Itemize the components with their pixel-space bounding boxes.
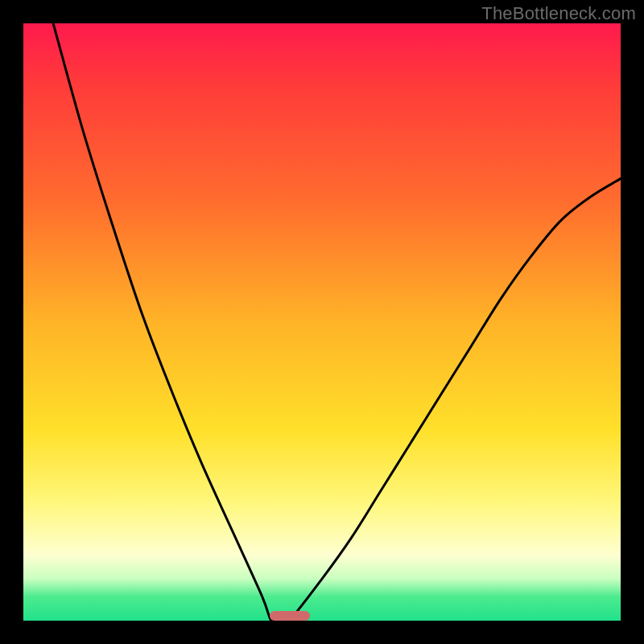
chart-frame: TheBottleneck.com	[0, 0, 644, 644]
watermark-text: TheBottleneck.com	[481, 3, 636, 24]
bottleneck-curve	[23, 23, 621, 621]
plot-area	[23, 23, 621, 621]
cusp-marker	[270, 611, 310, 621]
